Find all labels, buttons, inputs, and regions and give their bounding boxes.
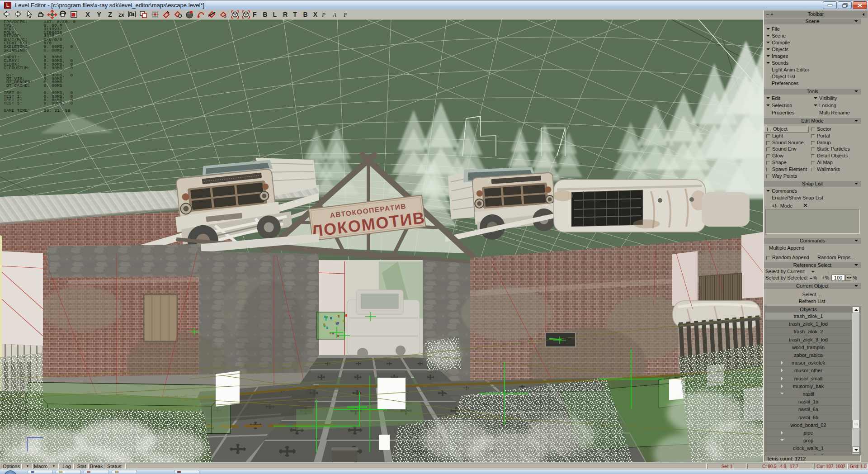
svg-text:L: L: [273, 11, 277, 18]
svg-text:zx: zx: [118, 12, 124, 18]
svg-text:A: A: [332, 11, 336, 18]
svg-text:X: X: [85, 10, 90, 18]
svg-text:T: T: [293, 11, 297, 18]
svg-text:Y: Y: [97, 10, 101, 18]
svg-text:Z: Z: [108, 10, 112, 18]
svg-text:F: F: [343, 11, 348, 18]
svg-text:X: X: [313, 11, 318, 18]
svg-text:B: B: [263, 11, 267, 18]
svg-text:2: 2: [224, 14, 226, 19]
svg-text:R: R: [283, 11, 288, 18]
svg-text:P: P: [321, 11, 326, 18]
svg-text:B: B: [303, 11, 308, 18]
svg-text:F: F: [253, 11, 257, 18]
